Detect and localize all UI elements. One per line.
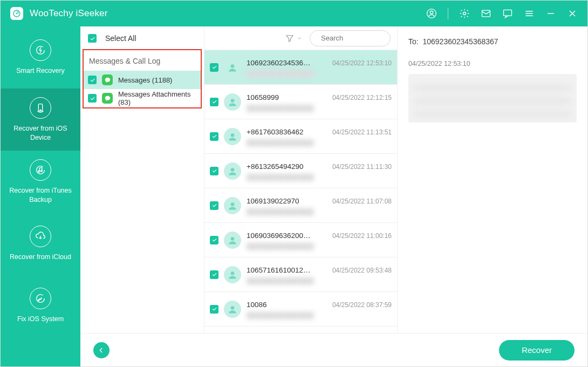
- back-button[interactable]: [93, 342, 110, 358]
- lightning-refresh-icon: [30, 39, 51, 61]
- message-checkbox[interactable]: [210, 236, 218, 244]
- svg-point-15: [231, 168, 235, 172]
- message-from: +8617603836462: [247, 128, 304, 136]
- avatar-icon: [224, 93, 241, 111]
- message-preview-blurred: [247, 105, 377, 110]
- message-from: 10657161610012…: [247, 266, 311, 274]
- sidebar-item-label: Smart Recovery: [16, 66, 65, 75]
- feedback-icon[interactable]: [502, 8, 513, 19]
- message-preview-blurred: [247, 139, 377, 145]
- titlebar: WooTechy iSeeker: [1, 1, 587, 26]
- message-from: 10658999: [247, 93, 279, 101]
- message-checkbox[interactable]: [210, 63, 218, 72]
- app-body: Smart Recovery Recover from iOS Device R…: [1, 26, 587, 366]
- mail-icon[interactable]: [481, 8, 491, 19]
- category-checkbox[interactable]: [88, 94, 97, 103]
- phone-refresh-icon: [30, 97, 51, 119]
- message-from: 1069139022970: [247, 197, 299, 205]
- sidebar-item-label: Recover from iOS Device: [6, 124, 75, 142]
- minimize-icon[interactable]: [545, 8, 556, 19]
- message-checkbox[interactable]: [210, 132, 218, 141]
- music-refresh-icon: [30, 159, 51, 181]
- select-all-row[interactable]: Select All: [80, 26, 204, 49]
- message-content-blurred: [408, 74, 577, 123]
- svg-rect-6: [504, 10, 512, 16]
- message-row[interactable]: 10657161610012… 04/25/2022 09:53:48: [204, 257, 397, 292]
- svg-point-8: [40, 110, 40, 110]
- sidebar: Smart Recovery Recover from iOS Device R…: [1, 26, 80, 366]
- account-icon[interactable]: [426, 8, 437, 19]
- detail-to-label: To:: [408, 37, 419, 46]
- message-preview-blurred: [247, 243, 377, 248]
- message-checkbox[interactable]: [210, 98, 218, 106]
- category-group-highlight: Messages & Call Log Messages (1188) Mess…: [83, 49, 202, 108]
- message-row[interactable]: 10692360234536… 04/25/2022 12:53:10: [204, 50, 397, 85]
- filter-icon[interactable]: [285, 33, 302, 43]
- message-toolbar: [204, 26, 397, 50]
- avatar-icon: [224, 162, 241, 180]
- svg-point-17: [231, 237, 235, 241]
- message-time: 04/25/2022 12:53:10: [332, 59, 392, 67]
- svg-point-12: [231, 64, 235, 68]
- message-row[interactable]: 10086 04/25/2022 08:37:59: [204, 292, 397, 327]
- category-checkbox[interactable]: [88, 76, 97, 84]
- message-preview-blurred: [247, 277, 377, 283]
- svg-point-1: [16, 13, 18, 15]
- category-item-attachments[interactable]: Messages Attachments (83): [84, 89, 201, 107]
- category-group-title: Messages & Call Log: [84, 50, 201, 71]
- sidebar-item-recover-ios-device[interactable]: Recover from iOS Device: [1, 89, 80, 151]
- sidebar-item-fix-ios[interactable]: Fix iOS System: [1, 275, 80, 337]
- main-content: Select All Messages & Call Log Messages …: [80, 26, 587, 333]
- svg-point-18: [231, 271, 235, 275]
- recover-button[interactable]: Recover: [499, 340, 575, 361]
- message-time: 04/25/2022 09:53:48: [332, 267, 392, 274]
- main-area: Select All Messages & Call Log Messages …: [80, 26, 587, 366]
- avatar-icon: [224, 232, 241, 249]
- sidebar-item-recover-itunes[interactable]: Recover from iTunes Backup: [1, 151, 80, 213]
- sidebar-item-recover-icloud[interactable]: Recover from iCloud: [1, 213, 80, 275]
- message-row[interactable]: 10658999 04/25/2022 12:12:15: [204, 85, 397, 119]
- message-time: 04/25/2022 11:13:51: [332, 128, 392, 136]
- close-icon[interactable]: [567, 8, 578, 19]
- message-checkbox[interactable]: [210, 167, 218, 175]
- message-list-panel: 10692360234536… 04/25/2022 12:53:10 1065…: [204, 26, 398, 333]
- detail-date: 04/25/2022 12:53:10: [408, 60, 577, 67]
- avatar-icon: [224, 301, 241, 318]
- category-panel: Select All Messages & Call Log Messages …: [80, 26, 204, 333]
- app-title: WooTechy iSeeker: [30, 8, 108, 19]
- message-row[interactable]: +8613265494290 04/25/2022 11:11:30: [204, 154, 397, 188]
- message-row[interactable]: +8617603836462 04/25/2022 11:13:51: [204, 119, 397, 154]
- sidebar-item-label: Recover from iCloud: [10, 253, 71, 261]
- app-logo: [10, 7, 23, 20]
- category-item-label: Messages Attachments (83): [118, 90, 196, 106]
- message-list[interactable]: 10692360234536… 04/25/2022 12:53:10 1065…: [204, 50, 397, 333]
- message-preview-blurred: [247, 174, 377, 179]
- titlebar-actions: [426, 8, 578, 19]
- message-from: 10692360234536…: [247, 59, 311, 67]
- messages-app-icon: [102, 93, 113, 104]
- message-checkbox[interactable]: [210, 270, 218, 279]
- message-from: 10086: [247, 301, 267, 309]
- sidebar-item-smart-recovery[interactable]: Smart Recovery: [1, 26, 80, 89]
- settings-gear-icon[interactable]: [459, 8, 470, 19]
- message-checkbox[interactable]: [210, 305, 218, 314]
- message-time: 04/25/2022 12:12:15: [332, 94, 392, 101]
- titlebar-divider: [448, 8, 448, 19]
- detail-to-value: 106923602345368367: [422, 37, 498, 46]
- message-preview-blurred: [247, 70, 377, 76]
- message-row[interactable]: 1069139022970 04/25/2022 11:07:08: [204, 188, 397, 223]
- message-preview-blurred: [247, 312, 377, 317]
- select-all-checkbox[interactable]: [88, 34, 97, 43]
- category-item-messages[interactable]: Messages (1188): [84, 71, 201, 89]
- menu-icon[interactable]: [524, 8, 535, 19]
- sidebar-item-label: Recover from iTunes Backup: [6, 186, 75, 204]
- message-checkbox[interactable]: [210, 201, 218, 210]
- select-all-label: Select All: [105, 34, 136, 43]
- search-field[interactable]: [310, 30, 391, 46]
- message-time: 04/25/2022 11:00:16: [332, 232, 392, 240]
- avatar-icon: [224, 266, 241, 283]
- svg-point-14: [231, 133, 235, 137]
- svg-point-13: [231, 99, 235, 103]
- message-row[interactable]: 10690369636200… 04/25/2022 11:00:16: [204, 223, 397, 257]
- svg-point-10: [40, 171, 42, 172]
